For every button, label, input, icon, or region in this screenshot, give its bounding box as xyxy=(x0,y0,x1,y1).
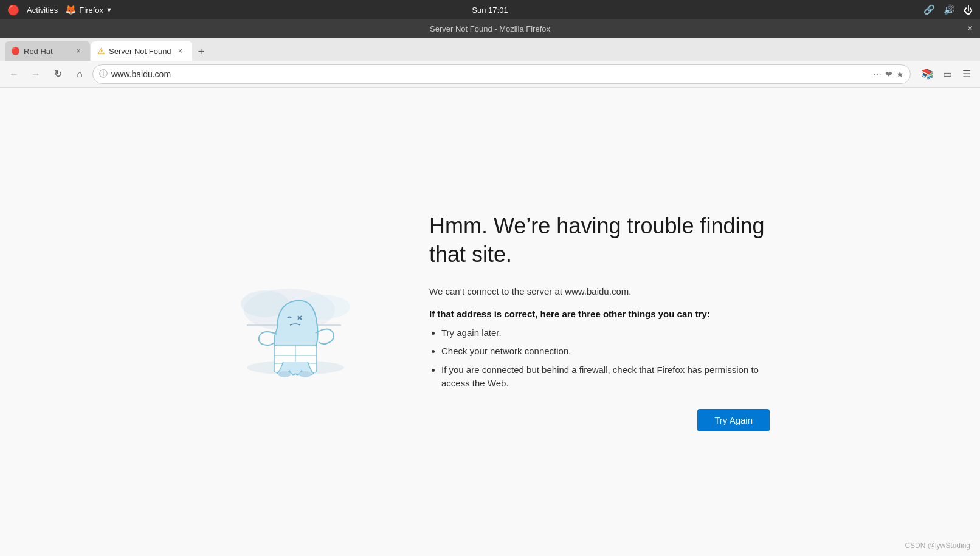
mascot-svg xyxy=(229,255,362,389)
address-bar[interactable]: ⓘ www.baidu.com ⋯ ❤ ★ xyxy=(92,64,911,84)
forward-button[interactable]: → xyxy=(27,65,45,83)
try-again-button[interactable]: Try Again xyxy=(697,409,770,431)
svg-point-12 xyxy=(299,371,311,377)
bookmark-icon[interactable]: ★ xyxy=(896,69,904,79)
svg-point-11 xyxy=(278,371,291,377)
volume-icon[interactable]: 🔊 xyxy=(944,4,955,15)
tab-bar: 🔴 Red Hat × ⚠ Server Not Found × + xyxy=(0,38,980,61)
url-display: www.baidu.com xyxy=(111,69,869,79)
error-tip-3: If you are connected but behind a firewa… xyxy=(441,363,770,391)
redhat-icon[interactable]: 🔴 xyxy=(7,4,19,16)
firefox-icon: 🦊 Firefox ▼ xyxy=(65,4,112,15)
activities-label[interactable]: Activities xyxy=(27,5,58,15)
os-topbar-right: 🔗 🔊 ⏻ xyxy=(923,4,973,15)
nav-right-icons: 📚 ▭ ☰ xyxy=(919,66,975,83)
more-options-icon[interactable]: ⋯ xyxy=(873,69,882,79)
new-tab-button[interactable]: + xyxy=(193,43,210,61)
home-button[interactable]: ⌂ xyxy=(71,65,89,83)
error-description: We can’t connect to the server at www.ba… xyxy=(429,286,770,297)
error-tip-2: Check your network connection. xyxy=(441,345,770,359)
window-close-button[interactable]: × xyxy=(967,23,973,34)
network-icon[interactable]: 🔗 xyxy=(923,4,935,15)
tab-server-not-found-close[interactable]: × xyxy=(175,46,186,57)
os-topbar-left: 🔴 Activities 🦊 Firefox ▼ xyxy=(7,4,112,16)
site-info-icon[interactable]: ⓘ xyxy=(99,69,108,80)
tab-redhat-label: Red Hat xyxy=(24,47,53,56)
tab-warning-icon: ⚠ xyxy=(97,46,105,56)
power-icon[interactable]: ⏻ xyxy=(964,5,973,15)
address-bar-actions: ⋯ ❤ ★ xyxy=(873,69,904,79)
error-content: Hmm. We’re having trouble finding that s… xyxy=(429,212,770,431)
error-tips-list: Try again later. Check your network conn… xyxy=(429,326,770,391)
nav-bar: ← → ↻ ⌂ ⓘ www.baidu.com ⋯ ❤ ★ 📚 ▭ ☰ xyxy=(0,61,980,88)
tab-redhat[interactable]: 🔴 Red Hat × xyxy=(5,41,90,61)
title-bar: Server Not Found - Mozilla Firefox × xyxy=(0,19,980,38)
error-tip-1: Try again later. xyxy=(441,326,770,340)
redhat-tab-favicon: 🔴 xyxy=(11,47,20,55)
error-heading: Hmm. We’re having trouble finding that s… xyxy=(429,212,770,269)
reload-button[interactable]: ↻ xyxy=(49,65,67,83)
menu-button[interactable]: ☰ xyxy=(958,66,975,83)
tab-server-not-found[interactable]: ⚠ Server Not Found × xyxy=(91,41,192,61)
synced-tabs-button[interactable]: ▭ xyxy=(939,66,956,83)
page-content: Hmm. We’re having trouble finding that s… xyxy=(0,88,980,556)
error-tips-title: If that address is correct, here are thr… xyxy=(429,309,770,319)
library-button[interactable]: 📚 xyxy=(919,66,936,83)
watermark: CSDN @lywStuding xyxy=(905,541,970,550)
os-clock: Sun 17:01 xyxy=(472,5,508,15)
error-illustration xyxy=(210,255,381,389)
window-title: Server Not Found - Mozilla Firefox xyxy=(430,24,550,33)
tab-redhat-close[interactable]: × xyxy=(73,46,84,57)
os-topbar: 🔴 Activities 🦊 Firefox ▼ Sun 17:01 🔗 🔊 ⏻ xyxy=(0,0,980,19)
tab-server-not-found-label: Server Not Found xyxy=(109,47,171,56)
pocket-icon[interactable]: ❤ xyxy=(885,69,892,79)
back-button[interactable]: ← xyxy=(5,65,23,83)
browser-window: Server Not Found - Mozilla Firefox × 🔴 R… xyxy=(0,19,980,556)
